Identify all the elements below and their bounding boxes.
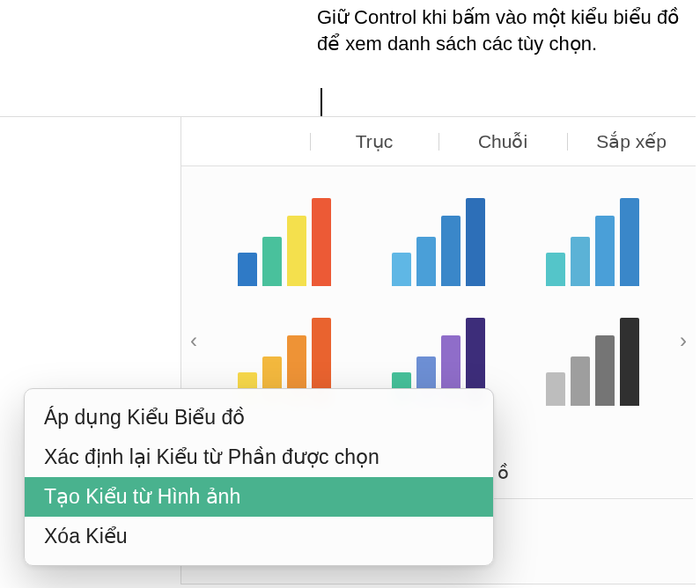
bar-icon	[441, 216, 461, 286]
bar-icon	[466, 198, 485, 286]
chart-style-thumbnail[interactable]	[217, 191, 353, 286]
bar-icon	[595, 216, 615, 286]
help-callout: Giữ Control khi bấm vào một kiểu biểu đồ…	[317, 4, 700, 56]
obscured-text-fragment: ồ	[497, 462, 509, 483]
tab-arrange[interactable]: Sắp xếp	[567, 121, 696, 163]
chevron-left-icon: ‹	[190, 328, 197, 353]
chevron-right-icon: ›	[680, 328, 687, 353]
tab-axis[interactable]: Trục	[310, 121, 438, 163]
tab-label: Chuỗi	[478, 131, 527, 151]
bar-icon	[620, 198, 639, 286]
bar-icon	[571, 237, 590, 286]
tab-chart[interactable]: Biểu đồ	[181, 121, 310, 163]
chart-style-context-menu: Áp dụng Kiểu Biểu đồ Xác định lại Kiểu t…	[24, 388, 494, 566]
bar-icon	[416, 237, 436, 286]
tab-label: Trục	[356, 131, 394, 151]
bar-icon	[595, 335, 615, 406]
styles-prev-button[interactable]: ‹	[181, 323, 206, 358]
chart-style-grid	[192, 191, 685, 406]
bar-icon	[620, 318, 639, 406]
tab-series[interactable]: Chuỗi	[438, 121, 567, 163]
tab-label: Biểu đồ	[213, 131, 278, 151]
menu-item-create-style-from-image[interactable]: Tạo Kiểu từ Hình ảnh	[25, 477, 493, 517]
menu-item-delete-style[interactable]: Xóa Kiểu	[25, 517, 493, 556]
bar-icon	[262, 237, 282, 286]
chart-style-thumbnail[interactable]	[524, 191, 660, 286]
bar-icon	[312, 198, 331, 286]
bar-icon	[571, 356, 590, 406]
menu-item-apply-style[interactable]: Áp dụng Kiểu Biểu đồ	[25, 398, 493, 437]
menu-item-redefine-style[interactable]: Xác định lại Kiểu từ Phần được chọn	[25, 437, 493, 477]
styles-next-button[interactable]: ›	[671, 323, 696, 358]
bar-icon	[546, 253, 565, 286]
chart-style-thumbnail[interactable]	[524, 311, 660, 406]
chart-style-thumbnail[interactable]	[371, 191, 507, 286]
tab-label: Sắp xếp	[596, 131, 667, 151]
bar-icon	[238, 253, 257, 286]
bar-icon	[287, 216, 306, 286]
inspector-tabs: Biểu đồ Trục Chuỗi Sắp xếp	[181, 117, 696, 166]
bar-icon	[392, 253, 411, 286]
chart-styles-section: ‹ ›	[181, 166, 696, 415]
bar-icon	[546, 372, 565, 406]
